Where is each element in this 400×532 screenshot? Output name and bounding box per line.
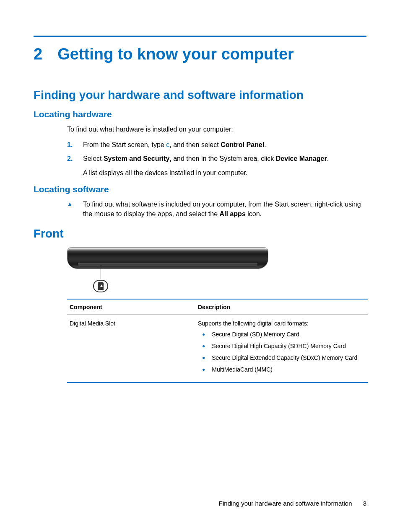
- sw-item-content: To find out what software is included on…: [83, 199, 366, 219]
- list-item: ●Secure Digital (SD) Memory Card: [198, 331, 368, 338]
- bullet-text: MultiMediaCard (MMC): [212, 366, 273, 373]
- step-number: 2.: [67, 154, 75, 177]
- cell-component: Digital Media Slot: [67, 320, 198, 378]
- col-header-component: Component: [67, 304, 198, 310]
- text: Select: [83, 155, 104, 162]
- footer-section-title: Finding your hardware and software infor…: [219, 500, 352, 507]
- list-item: ●Secure Digital Extended Capacity (SDxC)…: [198, 354, 368, 361]
- callout-digital-media-slot: [93, 280, 108, 292]
- text: , and then select: [169, 141, 221, 148]
- triangle-bullet-icon: ▲: [67, 199, 75, 219]
- bullet-icon: ●: [198, 343, 205, 349]
- desc-bullets: ●Secure Digital (SD) Memory Card ●Secure…: [198, 331, 368, 373]
- text: .: [327, 155, 329, 162]
- bullet-text: Secure Digital High Capacity (SDHC) Memo…: [212, 343, 346, 349]
- hw-step-2: 2. Select System and Security, and then …: [67, 154, 366, 177]
- text: From the Start screen, type: [83, 141, 166, 148]
- step-content: From the Start screen, type c, and then …: [83, 140, 366, 150]
- bullet-text: Secure Digital Extended Capacity (SDxC) …: [212, 354, 357, 361]
- sw-list: ▲ To find out what software is included …: [67, 199, 366, 219]
- subheading-locating-software: Locating software: [34, 184, 366, 194]
- bold-system-security: System and Security: [104, 155, 169, 162]
- step-number: 1.: [67, 140, 75, 150]
- bullet-icon: ●: [198, 354, 205, 361]
- col-header-description: Description: [198, 304, 368, 310]
- subheading-locating-hardware: Locating hardware: [34, 109, 366, 119]
- table-header-row: Component Description: [67, 300, 368, 315]
- list-item: ●Secure Digital High Capacity (SDHC) Mem…: [198, 343, 368, 349]
- page-number: 3: [363, 500, 366, 507]
- bullet-icon: ●: [198, 366, 205, 373]
- list-item: ●MultiMediaCard (MMC): [198, 366, 368, 373]
- component-table: Component Description Digital Media Slot…: [67, 299, 368, 383]
- bold-device-manager: Device Manager: [276, 155, 327, 162]
- step-content: Select System and Security, and then in …: [83, 154, 366, 177]
- chapter-title: Getting to know your computer: [57, 45, 294, 63]
- step-tail: A list displays all the devices installe…: [83, 168, 366, 178]
- desc-intro: Supports the following digital card form…: [198, 320, 368, 327]
- cell-description: Supports the following digital card form…: [198, 320, 368, 378]
- laptop-front-strip: [78, 263, 257, 267]
- bold-control-panel: Control Panel: [221, 141, 264, 148]
- text: , and then in the System area, click: [169, 155, 275, 162]
- chapter-heading: 2 Getting to know your computer: [34, 45, 366, 63]
- hw-step-1: 1. From the Start screen, type c, and th…: [67, 140, 366, 150]
- text: .: [264, 141, 266, 148]
- text: icon.: [246, 210, 262, 217]
- hw-steps: 1. From the Start screen, type c, and th…: [67, 140, 366, 178]
- page-footer: Finding your hardware and software infor…: [219, 500, 366, 507]
- bold-all-apps: All apps: [220, 210, 246, 217]
- sw-item: ▲ To find out what software is included …: [67, 199, 366, 219]
- sd-card-icon: [98, 282, 104, 290]
- section-heading-finding: Finding your hardware and software infor…: [34, 88, 366, 102]
- chapter-number: 2: [34, 45, 42, 63]
- front-illustration: [67, 247, 268, 295]
- bullet-icon: ●: [198, 331, 205, 338]
- section-heading-front: Front: [34, 227, 366, 240]
- table-row: Digital Media Slot Supports the followin…: [67, 315, 368, 382]
- callout-leader: [101, 266, 101, 279]
- hw-intro: To find out what hardware is installed o…: [67, 124, 366, 134]
- top-rule: [34, 36, 366, 37]
- bullet-text: Secure Digital (SD) Memory Card: [212, 331, 299, 338]
